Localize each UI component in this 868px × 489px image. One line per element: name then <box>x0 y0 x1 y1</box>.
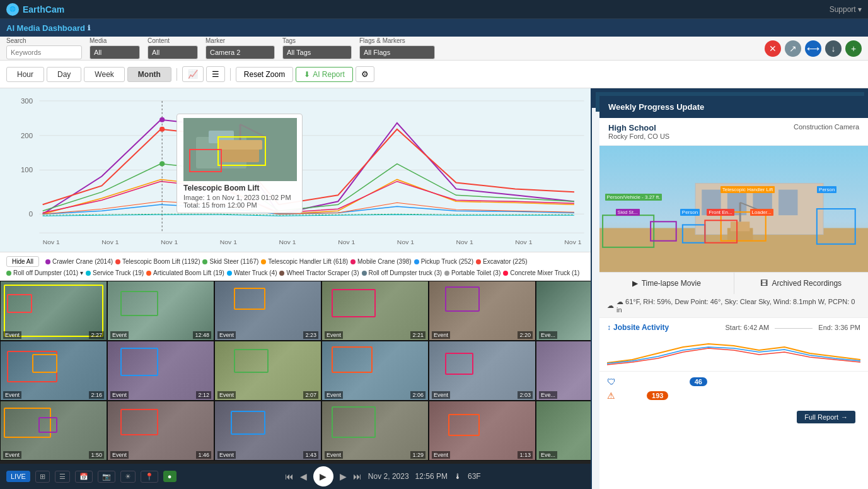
tooltip-title: Telescopic Boom Lift <box>183 184 296 192</box>
add-button[interactable]: + <box>845 40 862 57</box>
thumb-item[interactable]: Event 1:46 <box>107 401 214 461</box>
hour-button[interactable]: Hour <box>6 67 44 82</box>
legend-dot-telescopic-handler <box>261 259 266 264</box>
chart-area: 300 200 100 0 Nov 1 Nov 1 Nov 1 Nov 1 No… <box>0 88 591 252</box>
svg-text:200: 200 <box>21 132 33 139</box>
list-view-button[interactable]: ☰ <box>55 471 70 483</box>
calendar-button[interactable]: 📅 <box>75 471 93 483</box>
full-report-button[interactable]: Full Report → <box>797 411 855 423</box>
settings-button[interactable]: ⚙ <box>356 66 374 82</box>
share-button[interactable]: ↗ <box>785 40 801 57</box>
content-select[interactable]: All <box>148 45 198 59</box>
alert-button[interactable]: ● <box>163 471 176 482</box>
legend-dot-roll-off <box>6 271 11 276</box>
media-select[interactable]: All <box>90 45 140 59</box>
tags-select[interactable]: All Tags <box>282 45 352 59</box>
prev-button[interactable]: ◀ <box>300 471 307 481</box>
svg-rect-27 <box>218 140 262 150</box>
thumb-label: Event <box>217 391 236 399</box>
safety-icon: 🛡 <box>607 377 616 387</box>
thumb-label: Eve... <box>539 331 557 339</box>
playback-date: Nov 2, 2023 <box>368 472 409 481</box>
thumb-label: Event <box>110 331 129 339</box>
time-controls: Hour Day Week Month 📈 ☰ Reset Zoom ⬇ AI … <box>0 61 868 88</box>
thumb-time: 2:27 <box>89 331 104 339</box>
thumb-item[interactable]: Event 2:07 <box>214 341 321 401</box>
dashboard-title: AI Media Dashboard ℹ <box>6 23 90 33</box>
legend-item-roll-off: Roll off Dumpster (101) ▾ <box>6 269 83 276</box>
timelapse-button[interactable]: ▶ Time-lapse Movie <box>599 273 734 294</box>
thumb-item[interactable]: Event 2:06 <box>321 341 429 401</box>
archived-recordings-button[interactable]: 🎞 Archived Recordings <box>734 273 869 294</box>
download-button[interactable]: ↓ <box>825 40 842 57</box>
legend-dot-roll-off-truck <box>362 271 367 276</box>
map-button[interactable]: 📍 <box>141 471 158 483</box>
thumb-item[interactable]: Event 1:13 <box>429 401 536 461</box>
thumb-time: 1:43 <box>303 451 318 459</box>
temperature: 63F <box>468 472 481 481</box>
play-icon: ▶ <box>632 279 638 288</box>
table-view-button[interactable]: ☰ <box>206 66 225 82</box>
week-button[interactable]: Week <box>84 67 124 82</box>
search-input[interactable] <box>6 45 82 59</box>
thumb-time: 2:23 <box>303 331 318 339</box>
play-button[interactable]: ▶ <box>313 466 333 486</box>
marker-select[interactable]: Camera 2 <box>205 45 275 59</box>
svg-text:Nov 1: Nov 1 <box>456 239 474 245</box>
alerts-icon: ⚠ <box>607 391 615 401</box>
legend-item-water-truck: Water Truck (4) <box>227 269 277 276</box>
weather-button[interactable]: ☀ <box>120 471 136 483</box>
thumb-item[interactable]: Event 2:12 <box>107 341 214 401</box>
thumb-label: Event <box>325 391 343 399</box>
svg-text:Nov 1: Nov 1 <box>515 239 533 245</box>
weather-icon: ☁ <box>607 302 614 310</box>
thumb-item[interactable]: Event 2:20 <box>429 281 536 341</box>
close-filter-button[interactable]: ✕ <box>765 40 781 57</box>
support-button[interactable]: Support ▾ <box>830 5 862 14</box>
next-button[interactable]: ▶ <box>340 471 347 481</box>
det-tag-person-vehicle: Person/Vehicle - 3.27 ft. <box>605 194 663 201</box>
legend-dot-mobile-crane <box>350 259 356 264</box>
live-button[interactable]: LIVE <box>6 471 30 482</box>
info-icon: ℹ <box>88 24 90 32</box>
svg-text:Nov 1: Nov 1 <box>279 239 296 245</box>
grid-view-button[interactable]: ⊞ <box>35 471 50 483</box>
thumb-item[interactable]: Eve... <box>536 341 591 401</box>
thumb-item[interactable]: Eve... <box>536 281 591 341</box>
connect-button[interactable]: ⟷ <box>805 40 821 57</box>
det-tag-person-mid: Person <box>680 209 700 216</box>
camera-button[interactable]: 📷 <box>98 471 115 483</box>
thumb-item[interactable]: Event 2:21 <box>321 281 429 341</box>
thumb-item[interactable]: Event 2:23 <box>214 281 321 341</box>
month-button[interactable]: Month <box>127 67 171 82</box>
det-tag-front-end: Front En... <box>707 209 734 216</box>
thumb-item[interactable]: Eve... <box>536 401 591 461</box>
thumb-item[interactable]: Event 2:03 <box>429 341 536 401</box>
prev-skip-button[interactable]: ⏮ <box>285 471 294 481</box>
thumb-item[interactable]: Event 1:43 <box>214 401 321 461</box>
alerts-label: Alerts <box>620 391 642 400</box>
thumb-item[interactable]: Event 1:50 <box>0 401 107 461</box>
thumb-label: Event <box>110 451 129 459</box>
next-skip-button[interactable]: ⏭ <box>353 471 362 481</box>
thumb-label: Event <box>110 391 129 399</box>
thumbnails-area[interactable]: Event 2:27 Event 12:48 Event 2:23 <box>0 281 591 484</box>
flags-select[interactable]: All Flags <box>359 45 435 59</box>
day-button[interactable]: Day <box>47 67 81 82</box>
filter-actions: ✕ ↗ ⟷ ↓ + <box>765 40 862 57</box>
reset-zoom-button[interactable]: Reset Zoom <box>236 67 293 82</box>
left-panel: 300 200 100 0 Nov 1 Nov 1 Nov 1 Nov 1 No… <box>0 88 591 489</box>
legend-dot-service-truck <box>86 271 91 276</box>
thumb-label: Event <box>432 331 450 339</box>
download-icon: ⬇ <box>304 70 310 79</box>
tooltip-image <box>183 118 297 181</box>
ai-report-button[interactable]: ⬇ AI Report <box>296 67 353 82</box>
line-chart-button[interactable]: 📈 <box>182 66 204 82</box>
thumb-item[interactable]: Event 12:48 <box>107 281 214 341</box>
wpu-main-card: Weekly Progress Update High School Rocky… <box>599 96 868 489</box>
thumb-item[interactable]: Event 2:16 <box>0 341 107 401</box>
thumb-item[interactable]: Event 1:29 <box>321 401 429 461</box>
legend-item-wheel-tractor: Wheel Tractor Scraper (3) <box>279 269 359 276</box>
hide-all-button[interactable]: Hide All <box>6 256 39 267</box>
thumb-item[interactable]: Event 2:27 <box>0 281 107 341</box>
